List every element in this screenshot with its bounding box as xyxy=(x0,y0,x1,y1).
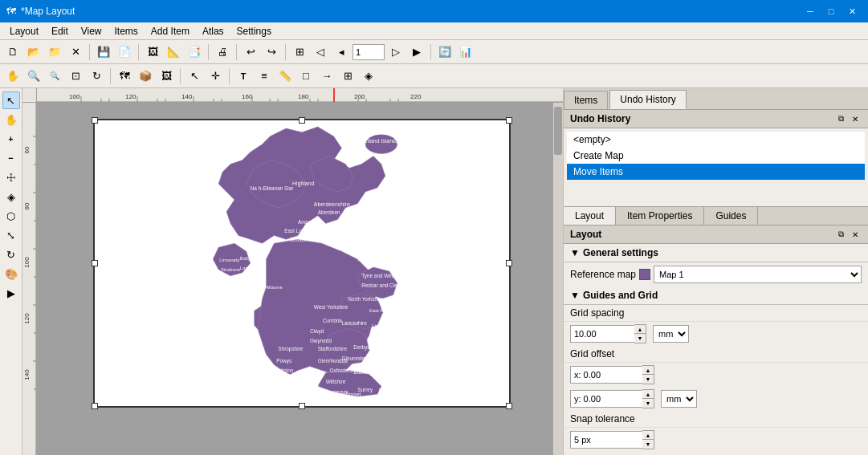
add-label-button[interactable]: T xyxy=(234,67,253,86)
general-settings-toggle[interactable]: ▼ xyxy=(570,247,580,258)
minimize-button[interactable]: ─ xyxy=(801,2,820,21)
move-content-button[interactable]: ✛ xyxy=(206,67,225,86)
new-layout-button[interactable]: 🗋 xyxy=(3,43,22,62)
edit-node-tool[interactable]: ⬡ xyxy=(2,207,20,225)
add-legend-button[interactable]: ≡ xyxy=(255,67,274,86)
zoom-previous-button[interactable]: ◁ xyxy=(311,43,330,62)
navigate-tool[interactable]: ☩ xyxy=(2,169,20,186)
sub-tab-guides[interactable]: Guides xyxy=(704,207,758,225)
handle-tl[interactable] xyxy=(92,117,98,124)
menu-item-settings[interactable]: Settings xyxy=(230,24,278,39)
grid-offset-unit-select[interactable]: mm cm px xyxy=(661,390,697,408)
handle-tm[interactable] xyxy=(299,117,305,124)
rotate-tool[interactable]: ↻ xyxy=(2,246,20,263)
zoom-last-button[interactable]: ▶ xyxy=(407,43,426,62)
canvas-scrollbar[interactable] xyxy=(553,103,563,455)
handle-bm[interactable] xyxy=(299,403,305,409)
select-tool-btn[interactable]: ↖ xyxy=(185,67,204,86)
add-table-button[interactable]: ⊞ xyxy=(338,67,357,86)
print-button[interactable]: 🖨 xyxy=(213,43,232,62)
refresh-button[interactable]: 🔄 xyxy=(435,43,454,62)
tab-undo-history[interactable]: Undo History xyxy=(609,90,686,109)
export-svg-button[interactable]: 📐 xyxy=(164,43,183,62)
menu-item-layout[interactable]: Layout xyxy=(3,24,45,39)
label-ceredigion: Ceredigion xyxy=(268,368,293,374)
grid-spacing-input[interactable] xyxy=(570,325,634,343)
add-html-button[interactable]: ◈ xyxy=(359,67,378,86)
grid-offset-x-input[interactable] xyxy=(570,366,642,384)
add-arrow-button[interactable]: → xyxy=(317,67,336,86)
history-item-empty[interactable]: <empty> xyxy=(567,132,865,148)
layout-float-button[interactable]: ⧉ xyxy=(834,228,847,241)
layout-close-button[interactable]: ✕ xyxy=(849,228,862,241)
zoom-out-tool[interactable]: − xyxy=(2,149,20,167)
menu-item-edit[interactable]: Edit xyxy=(45,24,75,39)
handle-bl[interactable] xyxy=(92,403,98,409)
sub-tab-layout[interactable]: Layout xyxy=(564,207,616,225)
atlas-tool[interactable]: ▶ xyxy=(2,284,20,302)
menu-item-view[interactable]: View xyxy=(75,24,108,39)
snap-tolerance-down[interactable]: ▼ xyxy=(642,440,654,449)
handle-tr[interactable] xyxy=(506,117,512,124)
add-scalebar-button[interactable]: 📏 xyxy=(275,67,295,86)
handle-ml[interactable] xyxy=(92,260,98,266)
export-pdf-button[interactable]: 📑 xyxy=(185,43,204,62)
zoom-out-button[interactable]: ◂ xyxy=(332,43,351,62)
zoom-out-tool-button[interactable]: 🔍 xyxy=(45,67,64,86)
snap-tolerance-input[interactable] xyxy=(570,431,642,449)
menu-item-items[interactable]: Items xyxy=(108,24,145,39)
grid-spacing-down[interactable]: ▼ xyxy=(634,334,646,343)
select-node-tool[interactable]: ◈ xyxy=(2,188,20,205)
grid-spacing-unit-select[interactable]: mm cm px xyxy=(653,325,689,343)
atlas-button[interactable]: 📊 xyxy=(456,43,475,62)
color-tool[interactable]: 🎨 xyxy=(2,265,20,282)
resize-tool[interactable]: ⤡ xyxy=(2,226,20,244)
refresh-view-button[interactable]: ↻ xyxy=(87,67,106,86)
add-shape-button[interactable]: □ xyxy=(296,67,316,86)
handle-br[interactable] xyxy=(506,403,512,409)
open-templates-button[interactable]: 📂 xyxy=(24,43,43,62)
zoom-in-tool[interactable]: + xyxy=(2,130,20,148)
redo-button[interactable]: ↪ xyxy=(262,43,281,62)
open-project-button[interactable]: 📁 xyxy=(45,43,64,62)
grid-offset-y-input[interactable] xyxy=(570,390,642,408)
close-layout-button[interactable]: ✕ xyxy=(66,43,85,62)
zoom-full-button[interactable]: ⊞ xyxy=(290,43,309,62)
grid-offset-y-down[interactable]: ▼ xyxy=(642,399,654,408)
canvas-scrollbar-thumb[interactable] xyxy=(554,107,562,155)
export-image-button[interactable]: 🖼 xyxy=(143,43,162,62)
select-tool[interactable]: ↖ xyxy=(2,91,20,109)
add-3d-map-button[interactable]: 📦 xyxy=(136,67,155,86)
grid-offset-y-up[interactable]: ▲ xyxy=(642,390,654,399)
window-controls: ─ □ ✕ xyxy=(801,2,862,21)
pan-tool-button[interactable]: ✋ xyxy=(3,67,22,86)
snap-tolerance-up[interactable]: ▲ xyxy=(642,431,654,440)
maximize-button[interactable]: □ xyxy=(821,2,841,21)
undo-button[interactable]: ↩ xyxy=(241,43,260,62)
add-image-button[interactable]: 🖼 xyxy=(157,67,176,86)
panel-float-button[interactable]: ⧉ xyxy=(834,112,847,125)
menu-item-atlas[interactable]: Atlas xyxy=(196,24,230,39)
guides-grid-toggle[interactable]: ▼ xyxy=(570,290,580,301)
menu-item-add-item[interactable]: Add Item xyxy=(145,24,196,39)
zoom-next-button[interactable]: ▷ xyxy=(386,43,405,62)
zoom-in-tool-button[interactable]: 🔍 xyxy=(24,67,43,86)
grid-offset-x-up[interactable]: ▲ xyxy=(642,366,654,375)
move-tool[interactable]: ✋ xyxy=(2,111,20,128)
save-button[interactable]: 💾 xyxy=(94,43,113,62)
save-as-button[interactable]: 📄 xyxy=(115,43,134,62)
tab-items[interactable]: Items xyxy=(564,91,608,109)
history-item-create-map[interactable]: Create Map xyxy=(567,148,865,164)
close-button[interactable]: ✕ xyxy=(842,2,862,21)
handle-mr[interactable] xyxy=(506,260,512,266)
history-item-move-items[interactable]: Move Items xyxy=(567,164,865,180)
sub-tab-item-properties[interactable]: Item Properties xyxy=(616,207,704,225)
label-wiltshire: Wiltshire xyxy=(326,379,346,384)
page-counter-input[interactable] xyxy=(352,44,385,60)
add-map-button[interactable]: 🗺 xyxy=(115,67,134,86)
grid-offset-x-down[interactable]: ▼ xyxy=(642,375,654,384)
panel-close-button[interactable]: ✕ xyxy=(849,112,862,125)
grid-spacing-up[interactable]: ▲ xyxy=(634,325,646,334)
zoom-actual-button[interactable]: ⊡ xyxy=(66,67,85,86)
reference-map-select[interactable]: Map 1 xyxy=(654,266,862,283)
